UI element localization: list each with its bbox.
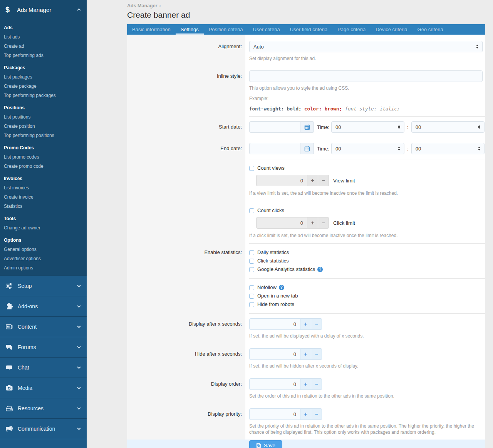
sidebar-item-top-performing-ads[interactable]: Top performing ads	[0, 51, 87, 60]
time-colon: :	[407, 124, 409, 130]
tab-bar: Basic information Settings Position crit…	[127, 24, 485, 35]
start-hour-select[interactable]: 00	[331, 121, 404, 133]
click-limit-help: If a click limit is set, the ad will bec…	[249, 232, 483, 239]
end-minute-select[interactable]: 00	[411, 143, 485, 154]
sidebar-item-top-performing-packages[interactable]: Top performing packages	[0, 91, 87, 100]
count-clicks-checkbox[interactable]	[249, 208, 254, 213]
start-date-calendar-button[interactable]	[300, 121, 314, 133]
start-date-input[interactable]	[249, 121, 300, 133]
main-content: Ads Manager Create banner ad Basic infor…	[87, 0, 493, 448]
display-after-help: If set, the ad will be displayed with a …	[249, 333, 483, 339]
tab-basic-information[interactable]: Basic information	[127, 24, 176, 35]
display-priority-decrement-button[interactable]	[311, 408, 322, 420]
tab-user-criteria[interactable]: User criteria	[248, 24, 285, 35]
hide-after-decrement-button[interactable]	[311, 348, 322, 360]
sidebar-section-heading: Ads	[0, 20, 87, 32]
view-limit-help: If a view limit is set, the ad will beco…	[249, 190, 483, 196]
help-icon[interactable]	[279, 285, 284, 290]
chevron-down-icon	[77, 284, 81, 288]
module-label: Add-ons	[18, 303, 77, 309]
drive-icon	[5, 405, 13, 412]
sidebar-item-admin-options[interactable]: Admin options	[0, 263, 87, 272]
sidebar-item-list-ads[interactable]: List ads	[0, 32, 87, 42]
sidebar-item-top-performing-positions[interactable]: Top performing positions	[0, 131, 87, 140]
view-limit-decrement-button[interactable]	[318, 175, 329, 186]
sidebar-header-ads-manager[interactable]: $ Ads Manager	[0, 0, 87, 19]
click-limit-decrement-button[interactable]	[318, 217, 329, 229]
hide-robots-checkbox[interactable]	[249, 302, 254, 307]
hide-after-row: Hide after x seconds: If set, the ad wil…	[127, 348, 485, 369]
sidebar-item-create-invoice[interactable]: Create invoice	[0, 192, 87, 202]
display-order-decrement-button[interactable]	[311, 378, 322, 390]
new-tab-checkbox[interactable]	[249, 294, 254, 299]
sidebar-item-advertiser-options[interactable]: Advertiser options	[0, 254, 87, 263]
display-priority-input[interactable]	[249, 408, 300, 420]
sidebar-module-chat[interactable]: Chat	[0, 357, 87, 378]
sidebar-module-communication[interactable]: Communication	[0, 418, 87, 439]
css-example-code: font-weight: bold; color: brown; font-st…	[249, 106, 483, 112]
sidebar-item-list-promo-codes[interactable]: List promo codes	[0, 152, 87, 162]
display-order-increment-button[interactable]	[300, 378, 311, 390]
help-icon[interactable]	[317, 267, 323, 272]
sidebar-item-change-ad-owner[interactable]: Change ad owner	[0, 223, 87, 232]
chevron-down-icon	[77, 345, 81, 349]
display-priority-increment-button[interactable]	[300, 408, 311, 420]
display-order-label: Display order:	[127, 378, 245, 399]
breadcrumb-root[interactable]: Ads Manager	[127, 3, 158, 8]
inline-style-input[interactable]	[249, 70, 483, 82]
hide-after-increment-button[interactable]	[300, 348, 311, 360]
sidebar-module-forums[interactable]: Forums	[0, 337, 87, 357]
sidebar-item-statistics[interactable]: Statistics	[0, 202, 87, 211]
view-limit-input[interactable]	[256, 175, 307, 186]
display-order-stepper	[249, 378, 322, 390]
display-order-input[interactable]	[249, 378, 300, 390]
display-priority-row: Display priority: Set the priority of th…	[127, 408, 485, 435]
sidebar-item-list-positions[interactable]: List positions	[0, 112, 87, 122]
google-analytics-checkbox[interactable]	[249, 267, 254, 272]
click-limit-input[interactable]	[256, 217, 307, 229]
chat-icon	[5, 364, 13, 371]
select-arrows-icon	[398, 125, 400, 129]
daily-statistics-checkbox[interactable]	[249, 250, 254, 255]
sidebar-module-resources[interactable]: Resources	[0, 398, 87, 418]
hide-after-input[interactable]	[249, 348, 300, 360]
sidebar-module-add-ons[interactable]: Add-ons	[0, 296, 87, 316]
sidebar-module-setup[interactable]: Setup	[0, 276, 87, 296]
count-views-checkbox[interactable]	[249, 166, 254, 171]
sidebar-item-list-invoices[interactable]: List invoices	[0, 183, 87, 192]
sidebar-item-general-options[interactable]: General options	[0, 245, 87, 254]
tab-page-criteria[interactable]: Page criteria	[332, 24, 371, 35]
end-date-label: End date:	[127, 143, 245, 154]
sidebar-section-heading: Invoices	[0, 171, 87, 183]
sidebar-item-create-ad[interactable]: Create ad	[0, 42, 87, 51]
sidebar-module-users-partial[interactable]	[0, 439, 87, 448]
select-arrows-icon	[398, 147, 400, 150]
tab-geo-criteria[interactable]: Geo criteria	[413, 24, 448, 35]
sidebar-item-create-promo-code[interactable]: Create promo code	[0, 162, 87, 171]
end-date-calendar-button[interactable]	[300, 143, 314, 154]
nofollow-checkbox[interactable]	[249, 285, 254, 290]
start-minute-select[interactable]: 00	[411, 121, 485, 133]
sidebar-item-create-position[interactable]: Create position	[0, 122, 87, 131]
tab-position-criteria[interactable]: Position criteria	[204, 24, 248, 35]
display-after-input[interactable]	[249, 318, 300, 330]
save-button[interactable]: Save	[249, 440, 282, 448]
breadcrumb: Ads Manager	[127, 0, 485, 8]
sidebar-module-media[interactable]: Media	[0, 378, 87, 398]
tab-user-field-criteria[interactable]: User field criteria	[285, 24, 333, 35]
end-date-input[interactable]	[249, 143, 300, 154]
alignment-select[interactable]: Auto	[249, 41, 483, 52]
click-limit-increment-button[interactable]	[307, 217, 318, 229]
end-hour-select[interactable]: 00	[331, 143, 404, 154]
view-limit-increment-button[interactable]	[307, 175, 318, 186]
sidebar-item-list-packages[interactable]: List packages	[0, 72, 87, 82]
display-after-decrement-button[interactable]	[311, 318, 322, 330]
sidebar-item-create-package[interactable]: Create package	[0, 82, 87, 91]
tab-settings[interactable]: Settings	[176, 24, 204, 35]
tab-device-criteria[interactable]: Device criteria	[371, 24, 412, 35]
floppy-icon	[256, 443, 261, 448]
sidebar-module-content[interactable]: Content	[0, 316, 87, 337]
display-after-increment-button[interactable]	[300, 318, 311, 330]
chevron-up-icon	[77, 7, 81, 12]
click-statistics-checkbox[interactable]	[249, 259, 254, 264]
